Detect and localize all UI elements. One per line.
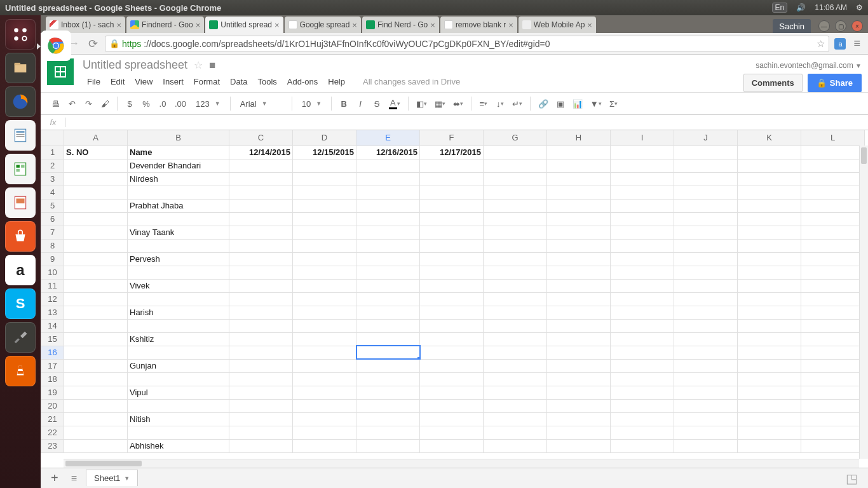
cell[interactable] [128,346,229,359]
cell[interactable] [801,186,865,199]
cell[interactable] [293,306,356,319]
firefox-icon[interactable] [5,86,36,117]
cell[interactable] [229,372,293,386]
tab-close-icon[interactable]: × [116,20,121,30]
cell[interactable] [611,399,674,412]
cell[interactable] [64,252,128,266]
cell[interactable] [674,426,738,439]
cell[interactable] [229,266,293,279]
row-header[interactable]: 7 [41,226,64,239]
cell[interactable] [420,412,484,426]
column-header[interactable]: I [611,130,674,146]
column-header[interactable]: G [484,130,547,146]
share-button[interactable]: 🔒Share [808,74,862,92]
cell[interactable] [801,172,865,186]
cell[interactable] [293,172,356,186]
cell[interactable] [674,412,738,426]
cell[interactable]: Name [128,146,229,159]
row-header[interactable]: 9 [41,252,64,266]
amazon-icon[interactable]: a [5,255,36,285]
valign-icon[interactable]: ↓▾ [493,97,507,111]
undo-icon[interactable]: ↶ [65,97,79,111]
cell[interactable] [64,159,128,172]
bookmark-star-icon[interactable]: ☆ [817,38,825,50]
cell[interactable] [293,386,356,399]
cell[interactable] [420,426,484,439]
cell[interactable] [674,266,738,279]
cell[interactable] [738,292,801,306]
number-format-dropdown[interactable]: 123▼ [191,97,225,111]
menu-edit[interactable]: Edit [106,74,129,89]
link-icon[interactable]: 🔗 [536,97,551,111]
column-header[interactable]: E [356,130,420,146]
cell[interactable] [64,226,128,239]
cell[interactable] [674,319,738,332]
dec-increase-icon[interactable]: .00 [172,97,189,111]
cell[interactable] [738,412,801,426]
cell[interactable] [293,372,356,386]
tab-close-icon[interactable]: × [508,20,513,30]
cell[interactable] [128,426,229,439]
cell[interactable] [801,266,865,279]
cell[interactable] [611,239,674,252]
window-maximize-icon[interactable]: ▢ [835,20,846,32]
cell[interactable] [547,372,611,386]
cell[interactable] [356,266,420,279]
cell[interactable] [293,439,356,452]
cell[interactable] [64,332,128,346]
cell[interactable]: 12/14/2015 [229,146,293,159]
star-icon[interactable]: ☆ [194,59,203,71]
cell[interactable] [484,146,547,159]
cell[interactable] [229,199,293,212]
files-icon[interactable] [5,53,36,83]
cell[interactable] [420,252,484,266]
strikethrough-icon[interactable]: S [370,97,384,111]
cell[interactable] [229,426,293,439]
cell[interactable] [484,346,547,359]
cell[interactable] [356,426,420,439]
row-header[interactable]: 17 [41,359,64,372]
cell[interactable] [356,372,420,386]
cell[interactable] [738,332,801,346]
cell[interactable] [674,292,738,306]
cell[interactable] [801,159,865,172]
vertical-scrollbar[interactable] [859,146,868,459]
tab-close-icon[interactable]: × [430,20,435,30]
cell[interactable] [293,239,356,252]
cell[interactable] [547,386,611,399]
cell[interactable] [611,346,674,359]
cell[interactable] [64,306,128,319]
cell[interactable] [738,359,801,372]
dash-icon[interactable] [5,19,36,50]
cell[interactable] [420,199,484,212]
cell[interactable] [356,186,420,199]
cell[interactable] [547,199,611,212]
menu-help[interactable]: Help [323,74,349,89]
italic-icon[interactable]: I [353,97,367,111]
row-header[interactable]: 2 [41,159,64,172]
cell[interactable] [547,252,611,266]
cell[interactable] [64,372,128,386]
sheet-tab[interactable]: Sheet1▼ [86,470,138,486]
sheets-logo-icon[interactable] [47,58,74,85]
cell[interactable] [420,279,484,292]
cell[interactable] [64,212,128,226]
cell[interactable]: Vipul [128,386,229,399]
cell[interactable] [229,319,293,332]
row-header[interactable]: 19 [41,386,64,399]
menu-tools[interactable]: Tools [253,74,281,89]
cell[interactable] [611,292,674,306]
cell[interactable] [64,172,128,186]
column-header[interactable]: A [64,130,128,146]
cell[interactable]: Abhishek [128,439,229,452]
cell[interactable] [484,199,547,212]
cell[interactable] [64,266,128,279]
menu-view[interactable]: View [130,74,157,89]
cell[interactable] [484,412,547,426]
cell[interactable] [64,412,128,426]
cell[interactable] [128,292,229,306]
cell[interactable] [420,399,484,412]
column-header[interactable]: F [420,130,484,146]
row-header[interactable]: 23 [41,439,64,452]
cell[interactable] [674,146,738,159]
